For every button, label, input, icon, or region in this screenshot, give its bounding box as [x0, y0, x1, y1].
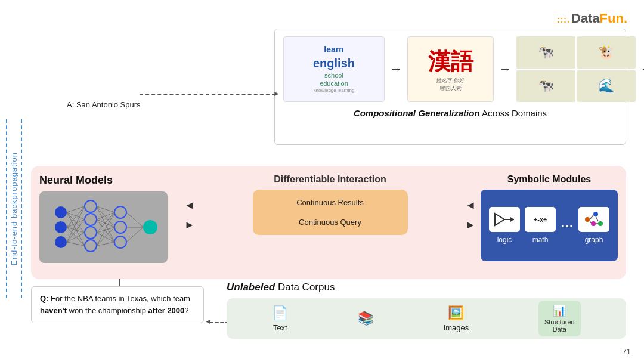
images-label: Images: [444, 323, 469, 332]
graph-label: graph: [585, 236, 603, 244]
nn-output-node: [143, 220, 157, 234]
nn-conn: [97, 212, 114, 219]
symbolic-modules-box: Symbolic Modules logic +-x÷: [481, 174, 618, 261]
page-number: 71: [623, 347, 631, 356]
svg-point-4: [593, 212, 598, 216]
q-text2: won the championship: [67, 306, 148, 315]
logic-icon: [489, 207, 520, 232]
svg-line-7: [590, 215, 593, 219]
nn-conn: [67, 219, 85, 227]
wc-school: school: [313, 71, 355, 79]
diff-row-2: Continuous Query: [270, 218, 391, 227]
animal-cell-1: 🐄: [516, 36, 575, 69]
arrow-animals-to-more: →: [640, 61, 644, 77]
logic-svg: [494, 211, 515, 228]
symbolic-inner: logic +-x÷ math …: [481, 190, 618, 261]
nn-node: [114, 236, 126, 248]
neural-network-diagram: [39, 191, 168, 263]
logic-module: logic: [489, 207, 520, 244]
diff-symbolic-arrows: ◄ ►: [460, 174, 481, 231]
animal-cell-4: 🌊: [577, 70, 636, 103]
graph-icon: [578, 207, 609, 232]
nn-conn: [67, 212, 85, 233]
datafun-logo: :::.DataFun.: [557, 11, 627, 26]
images-icon: 🖼️: [448, 305, 464, 321]
q-label: Q:: [40, 294, 48, 303]
wc-english: english: [313, 55, 355, 71]
nn-node: [114, 206, 126, 218]
logo-text-data: Data: [571, 11, 600, 26]
arrow-left-2: ◄: [465, 199, 476, 212]
arrow-right-1: ►: [184, 219, 195, 231]
san-antonio-label: A: San Antonio Spurs: [67, 100, 141, 109]
animal-cell-3: 🐄: [516, 70, 575, 103]
nn-node: [55, 206, 67, 218]
svg-point-5: [598, 221, 603, 226]
symbolic-title: Symbolic Modules: [481, 174, 618, 185]
svg-marker-0: [495, 214, 504, 225]
structured-data-icon: 📊: [553, 304, 566, 317]
main-section: Neural Models: [31, 166, 626, 279]
dashed-arrow-top: [140, 94, 275, 95]
nn-node: [85, 240, 97, 252]
data-item-book: 📚: [358, 311, 374, 326]
compositional-section: learn english school education knowledge…: [274, 29, 626, 145]
neural-network-svg: [44, 194, 163, 260]
q-text1: For the NBA teams in Texas, which team: [51, 294, 190, 303]
chinese-sub: 姓名字 你好哪国人素: [428, 77, 473, 92]
animal-grid: 🐄 🐮 🐄 🌊: [516, 36, 636, 102]
word-cloud-box: learn english school education knowledge…: [283, 36, 385, 102]
chinese-box: 漢語 姓名字 你好哪国人素: [407, 36, 494, 102]
sym-dots: …: [561, 215, 574, 231]
wc-learn: learn: [313, 44, 355, 55]
nn-conn: [126, 227, 143, 242]
nn-conn: [97, 219, 114, 227]
logic-label: logic: [497, 236, 512, 244]
nn-node: [55, 221, 67, 233]
nn-node: [85, 200, 97, 212]
nn-conn: [67, 212, 85, 219]
logo-text-fun: Fun.: [600, 11, 627, 26]
word-cloud-content: learn english school education knowledge…: [311, 42, 357, 96]
nn-conn: [97, 212, 114, 233]
svg-line-8: [596, 216, 598, 221]
data-item-images: 🖼️ Images: [444, 305, 469, 332]
nn-conn: [126, 212, 143, 227]
nn-conn: [97, 219, 114, 242]
data-item-text: 📄 Text: [272, 305, 288, 332]
math-label: math: [532, 236, 549, 244]
neural-models-title: Neural Models: [39, 174, 179, 187]
animal-cell-2: 🐮: [577, 36, 636, 69]
nn-node: [85, 214, 97, 225]
text-label: Text: [273, 323, 287, 332]
svg-marker-2: [510, 217, 514, 222]
wc-education: education: [313, 79, 355, 88]
neural-models-box: Neural Models: [39, 174, 179, 263]
main-section-row: Neural Models: [39, 174, 618, 271]
book-icon: 📚: [358, 311, 374, 326]
graph-svg: [583, 211, 605, 228]
svg-point-6: [591, 221, 596, 226]
logo-dots: :::.: [557, 15, 570, 24]
dashed-arrow-head-bottom: ◄: [205, 317, 212, 326]
question-box: Q: For the NBA teams in Texas, which tea…: [31, 286, 204, 323]
neural-diff-arrows: ◄ ►: [179, 174, 200, 231]
unlabeled-title: Unlabeled Data Corpus: [227, 281, 626, 293]
arrow-left-1: ◄: [184, 199, 195, 212]
diff-row-1: Continuous Results: [270, 198, 391, 207]
structured-data-box: 📊 StructuredData: [538, 301, 581, 336]
unlabeled-data-row: 📄 Text 📚 🖼️ Images 📊 StructuredData: [227, 298, 626, 339]
comp-inner: learn english school education knowledge…: [283, 36, 617, 102]
graph-module: graph: [578, 207, 609, 244]
arrow-chinese-to-animals: →: [499, 61, 512, 77]
svg-line-9: [590, 221, 591, 223]
unlabeled-section: Unlabeled Data Corpus 📄 Text 📚 🖼️ Images…: [227, 281, 626, 339]
nn-node: [55, 236, 67, 248]
arrow-right-2: ►: [465, 219, 476, 231]
wc-extra: knowledge learning: [313, 88, 355, 94]
structured-data-label: StructuredData: [544, 318, 575, 333]
q-after2000: after 2000: [148, 306, 185, 315]
compositional-label: Compositional Generalization Across Doma…: [283, 108, 617, 118]
nn-node: [85, 227, 97, 239]
math-module: +-x÷ math: [525, 207, 556, 244]
